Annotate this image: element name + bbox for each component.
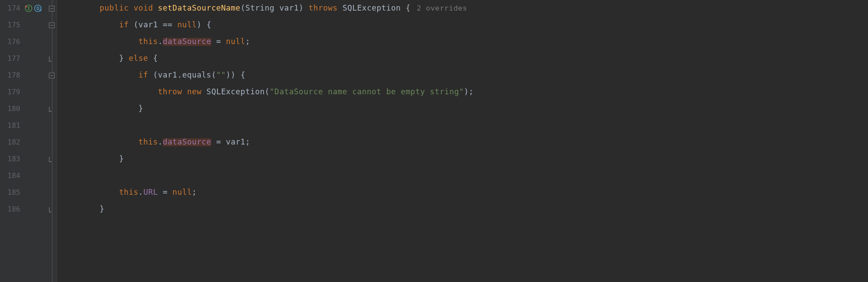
- fold-column: [47, 0, 57, 282]
- code-line[interactable]: this.URL = null;: [61, 184, 868, 201]
- line-number: 174: [0, 0, 20, 17]
- fold-handle-close-icon[interactable]: [49, 56, 55, 62]
- line-number: 182: [0, 134, 20, 151]
- fold-handle-close-icon[interactable]: [49, 156, 55, 162]
- line-number: 181: [0, 117, 20, 134]
- line-number: 179: [0, 84, 20, 100]
- code-line[interactable]: this.dataSource = null;: [61, 33, 868, 50]
- line-number: 180: [0, 100, 20, 117]
- line-number: 177: [0, 50, 20, 67]
- code-line[interactable]: }: [61, 151, 868, 167]
- fold-handle-open-icon[interactable]: [49, 6, 55, 11]
- line-number: 175: [0, 17, 20, 33]
- code-line[interactable]: }: [61, 100, 868, 117]
- line-number: 184: [0, 167, 20, 184]
- fold-handle-open-icon[interactable]: [49, 22, 55, 28]
- line-number: 176: [0, 33, 20, 50]
- inlay-hint-overrides[interactable]: 2 overrides: [411, 5, 467, 12]
- line-number: 185: [0, 184, 20, 201]
- fold-handle-open-icon[interactable]: [49, 73, 55, 78]
- code-editor[interactable]: 174 175 176 177 178 179 180 181 182 183 …: [0, 0, 868, 282]
- line-number-gutter: 174 175 176 177 178 179 180 181 182 183 …: [0, 0, 24, 282]
- code-line[interactable]: [61, 117, 868, 134]
- line-number: 183: [0, 151, 20, 167]
- code-line[interactable]: } else {: [61, 50, 868, 67]
- code-line[interactable]: public void setDataSourceName(String var…: [61, 0, 868, 17]
- gutter-icons-column: I O: [24, 0, 47, 282]
- code-area[interactable]: public void setDataSourceName(String var…: [57, 0, 868, 282]
- overridden-method-icon[interactable]: O: [34, 4, 42, 12]
- line-number: 178: [0, 67, 20, 84]
- svg-text:O: O: [37, 6, 40, 11]
- fold-handle-close-icon[interactable]: [49, 106, 55, 112]
- code-line[interactable]: if (var1.equals("")) {: [61, 67, 868, 84]
- line-number: 186: [0, 201, 20, 218]
- fold-handle-close-icon[interactable]: [49, 207, 55, 212]
- code-line[interactable]: if (var1 == null) {: [61, 17, 868, 33]
- code-line[interactable]: [61, 167, 868, 184]
- code-line[interactable]: this.dataSource = var1;: [61, 134, 868, 151]
- code-line[interactable]: }: [61, 201, 868, 218]
- code-line[interactable]: throw new SQLException("DataSource name …: [61, 84, 868, 100]
- implements-method-icon[interactable]: I: [25, 4, 33, 12]
- svg-text:I: I: [27, 6, 30, 11]
